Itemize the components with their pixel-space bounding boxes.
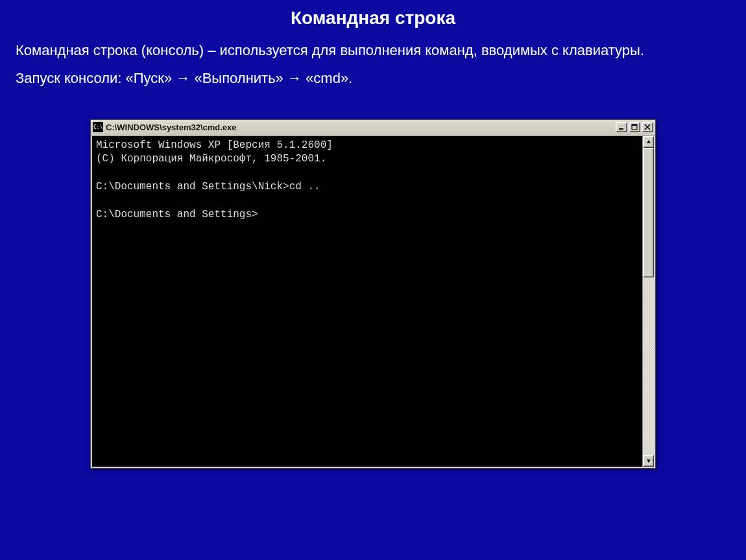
svg-marker-5 [647, 140, 651, 143]
scroll-up-button[interactable] [643, 136, 654, 148]
console-wrap: Microsoft Windows XP [Версия 5.1.2600] (… [91, 135, 655, 468]
cmd-icon: C:\ [93, 122, 103, 132]
scroll-thumb[interactable] [643, 148, 654, 277]
svg-rect-2 [619, 128, 623, 130]
slide-description: Командная строка (консоль) – используетс… [16, 41, 730, 60]
titlebar[interactable]: C:\ C:\WINDOWS\system32\cmd.exe [91, 120, 655, 135]
scrollbar[interactable] [642, 136, 654, 467]
titlebar-text: C:\WINDOWS\system32\cmd.exe [106, 122, 616, 132]
maximize-button[interactable] [629, 122, 640, 132]
svg-text:C:\: C:\ [93, 124, 103, 130]
minimize-button[interactable] [616, 122, 627, 132]
window-controls [616, 122, 653, 132]
scroll-down-button[interactable] [643, 455, 654, 467]
slide-title: Командная строка [13, 8, 733, 29]
scroll-track[interactable] [643, 148, 654, 455]
svg-rect-4 [632, 124, 637, 126]
slide-container: Командная строка Командная строка (консо… [0, 0, 746, 560]
cmd-window: C:\ C:\WINDOWS\system32\cmd.exe Microsof… [90, 119, 656, 469]
close-button[interactable] [642, 122, 653, 132]
slide-launch-instructions: Запуск консоли: «Пуск» → «Выполнить» → «… [16, 70, 730, 87]
console-body[interactable]: Microsoft Windows XP [Версия 5.1.2600] (… [92, 136, 642, 467]
svg-marker-6 [647, 460, 651, 463]
